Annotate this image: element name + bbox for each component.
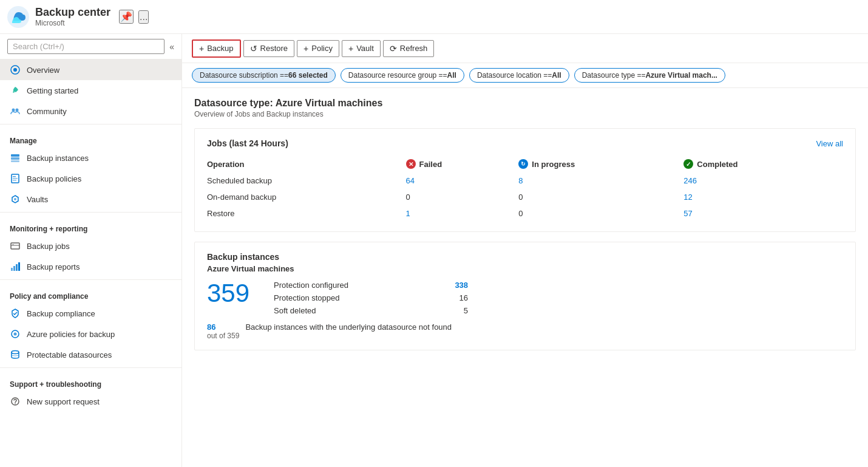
support-section-label: Support + troubleshooting <box>0 370 181 391</box>
content-area: Datasource type: Azure Virtual machines … <box>182 88 868 467</box>
detail-row-protection-configured: Protection configured 338 <box>274 281 468 290</box>
row2-failed: 0 <box>406 189 519 205</box>
sidebar-item-vaults[interactable]: Vaults <box>0 189 181 210</box>
sidebar-item-azure-policies[interactable]: Azure policies for backup <box>0 324 181 344</box>
datasources-icon <box>10 349 21 360</box>
sidebar-item-backup-reports[interactable]: Backup reports <box>0 256 181 277</box>
filter-chip-resource-group[interactable]: Datasource resource group == All <box>341 68 464 83</box>
search-box: « <box>0 34 181 60</box>
vault-plus-icon: + <box>348 44 353 53</box>
footer-link-number[interactable]: 86 <box>207 322 239 332</box>
filter-location-value: All <box>552 71 561 80</box>
rocket-icon <box>10 85 21 96</box>
sidebar-item-community-label: Community <box>27 107 67 116</box>
row1-in-progress: 8 <box>518 172 683 189</box>
jobs-table: Operation ✕ Failed ↻ In progress <box>207 155 843 222</box>
completed-status-icon: ✓ <box>683 159 693 169</box>
svg-rect-8 <box>11 160 19 162</box>
svg-rect-14 <box>11 243 19 249</box>
svg-point-2 <box>13 68 17 72</box>
vaults-icon <box>10 194 21 205</box>
filter-rg-value: All <box>447 71 456 80</box>
sidebar-item-new-support-request[interactable]: New support request <box>0 391 181 412</box>
jobs-card-title: Jobs (last 24 Hours) <box>207 138 288 148</box>
collapse-sidebar-button[interactable]: « <box>169 42 174 52</box>
sidebar-item-backup-reports-label: Backup reports <box>27 262 80 271</box>
instances-vm-title: Azure Virtual machines <box>207 264 843 273</box>
svg-rect-17 <box>11 268 13 271</box>
policy-button[interactable]: + Policy <box>297 40 339 57</box>
sidebar-item-getting-started[interactable]: Getting started <box>0 80 181 101</box>
overview-icon <box>10 64 21 75</box>
filter-location-label: Datasource location == <box>477 71 552 80</box>
in-progress-status-icon: ↻ <box>518 159 528 169</box>
sidebar-item-backup-instances-label: Backup instances <box>27 154 89 163</box>
protection-configured-value[interactable]: 338 <box>455 281 468 290</box>
svg-rect-18 <box>13 266 15 271</box>
svg-rect-16 <box>12 244 14 245</box>
filter-chip-subscription[interactable]: Datasource subscription == 66 selected <box>192 68 336 83</box>
vault-button[interactable]: + Vault <box>342 40 381 57</box>
filter-chip-location[interactable]: Datasource location == All <box>469 68 569 83</box>
search-input[interactable] <box>7 39 164 54</box>
failed-status-icon: ✕ <box>406 159 416 169</box>
backup-button[interactable]: + Backup <box>192 39 241 58</box>
sidebar-item-backup-policies[interactable]: Backup policies <box>0 168 181 189</box>
sidebar-item-backup-instances[interactable]: Backup instances <box>0 148 181 168</box>
sidebar-item-overview[interactable]: Overview <box>0 60 181 80</box>
jobs-view-all-link[interactable]: View all <box>816 139 843 148</box>
jobs-card: Jobs (last 24 Hours) View all Operation … <box>194 128 856 232</box>
row2-operation: On-demand backup <box>207 189 406 205</box>
svg-point-22 <box>14 333 17 336</box>
nav-divider-monitoring <box>0 212 181 213</box>
footer-link-group: 86 out of 359 <box>207 322 239 340</box>
col-failed: ✕ Failed <box>406 155 519 172</box>
row3-in-progress: 0 <box>518 205 683 222</box>
sidebar-item-backup-compliance[interactable]: Backup compliance <box>0 303 181 324</box>
footer-link-sub: out of 359 <box>207 332 239 340</box>
table-row: Scheduled backup 64 8 246 <box>207 172 843 189</box>
sidebar-item-community[interactable]: Community <box>0 101 181 121</box>
filter-type-value: Azure Virtual mach... <box>645 71 717 80</box>
pin-button[interactable]: 📌 <box>119 10 134 24</box>
sidebar-item-backup-jobs-label: Backup jobs <box>27 242 70 251</box>
sidebar-item-protectable-datasources-label: Protectable datasources <box>27 350 112 360</box>
soft-deleted-value: 5 <box>464 306 468 315</box>
refresh-button[interactable]: ⟳ Refresh <box>383 40 435 57</box>
col-completed: ✓ Completed <box>683 155 843 172</box>
app-subtitle: Microsoft <box>35 19 110 27</box>
policies-icon <box>10 173 21 184</box>
row2-completed: 12 <box>683 189 843 205</box>
protection-configured-label: Protection configured <box>274 281 348 290</box>
filter-subscription-label: Datasource subscription == <box>200 71 288 80</box>
svg-rect-19 <box>16 264 18 271</box>
svg-rect-12 <box>13 180 16 181</box>
instances-icon <box>10 152 21 163</box>
compliance-icon <box>10 308 21 319</box>
more-options-button[interactable]: ... <box>138 10 149 24</box>
manage-section-label: Manage <box>0 127 181 148</box>
sidebar: « Overview Getting started Community Man… <box>0 34 182 467</box>
nav-divider-policy <box>0 279 181 280</box>
plus-icon: + <box>199 44 204 53</box>
row1-operation: Scheduled backup <box>207 172 406 189</box>
svg-rect-11 <box>13 178 18 179</box>
row3-operation: Restore <box>207 205 406 222</box>
restore-icon: ↺ <box>250 44 257 53</box>
filter-type-label: Datasource type == <box>582 71 646 80</box>
community-icon <box>10 106 21 117</box>
refresh-icon: ⟳ <box>390 44 397 53</box>
filter-chip-datasource-type[interactable]: Datasource type == Azure Virtual mach... <box>574 68 725 83</box>
sidebar-item-backup-jobs[interactable]: Backup jobs <box>0 236 181 256</box>
sidebar-item-protectable-datasources[interactable]: Protectable datasources <box>0 344 181 365</box>
jobs-card-header: Jobs (last 24 Hours) View all <box>207 138 843 148</box>
instances-footer: 86 out of 359 Backup instances with the … <box>207 322 843 340</box>
instances-card-title: Backup instances <box>207 252 843 262</box>
row1-completed: 246 <box>683 172 843 189</box>
filter-subscription-value: 66 selected <box>288 71 328 80</box>
instances-card: Backup instances Azure Virtual machines … <box>194 242 856 350</box>
restore-button[interactable]: ↺ Restore <box>243 40 295 57</box>
nav-divider-support <box>0 367 181 368</box>
sidebar-item-azure-policies-label: Azure policies for backup <box>27 330 115 339</box>
sidebar-item-vaults-label: Vaults <box>27 195 48 204</box>
